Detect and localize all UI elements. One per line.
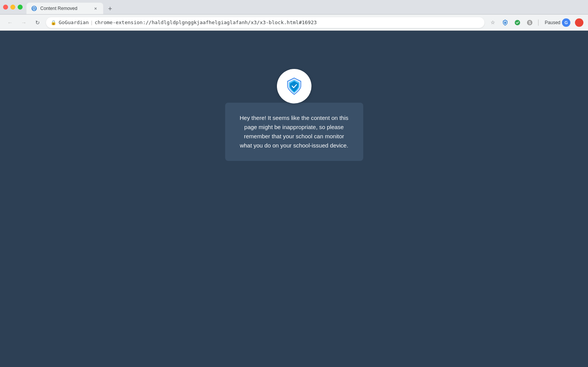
refresh-icon: ↻	[35, 20, 40, 26]
addressbar: ← → ↻ 🔒 GoGuardian | chrome-extension://…	[0, 15, 588, 31]
site-label: GoGuardian	[59, 20, 89, 25]
new-tab-button[interactable]: +	[105, 3, 115, 14]
page-content: Hey there! It seems like the content on …	[0, 31, 588, 367]
tab-favicon	[31, 5, 37, 11]
tab-close-button[interactable]: ✕	[92, 5, 99, 11]
close-button[interactable]	[3, 5, 8, 10]
paused-badge[interactable]: Paused G	[542, 17, 573, 28]
forward-button[interactable]: →	[18, 17, 29, 28]
toolbar-divider	[538, 20, 539, 26]
tab-title: Content Removed	[40, 6, 89, 11]
back-button[interactable]: ←	[5, 17, 15, 28]
active-tab[interactable]: Content Removed ✕	[26, 3, 103, 14]
user-avatar: G	[562, 18, 570, 27]
bookmark-button[interactable]: ☆	[488, 17, 498, 28]
refresh-button[interactable]: ↻	[32, 17, 43, 28]
extension-icon-3[interactable]: S	[524, 17, 535, 28]
back-icon: ←	[7, 20, 13, 26]
star-icon: ☆	[491, 20, 495, 25]
titlebar: Content Removed ✕ +	[0, 0, 588, 15]
extension-icon-2[interactable]	[512, 17, 523, 28]
goguardian-logo	[277, 69, 311, 103]
maximize-button[interactable]	[18, 5, 23, 10]
paused-label: Paused	[545, 20, 560, 25]
site-icon: 🔒	[51, 20, 56, 25]
url-text: chrome-extension://haldlgldplgnggkjaafhe…	[95, 20, 317, 25]
minimize-button[interactable]	[10, 5, 15, 10]
message-bubble: Hey there! It seems like the content on …	[225, 103, 363, 161]
browser-window: Content Removed ✕ + ← → ↻ 🔒 GoGuardian |…	[0, 0, 588, 367]
goguardian-extension-icon[interactable]	[500, 17, 511, 28]
url-separator: |	[91, 20, 92, 25]
forward-icon: →	[21, 20, 26, 26]
window-controls	[3, 5, 23, 10]
block-message: Hey there! It seems like the content on …	[237, 113, 351, 150]
goguardian-shield-icon	[285, 77, 304, 96]
address-bar[interactable]: 🔒 GoGuardian | chrome-extension://haldlg…	[46, 17, 484, 28]
toolbar-right: ☆ S	[488, 17, 583, 28]
notification-avatar[interactable]	[575, 18, 583, 27]
tabs-area: Content Removed ✕ +	[26, 0, 585, 14]
svg-text:S: S	[529, 21, 531, 25]
